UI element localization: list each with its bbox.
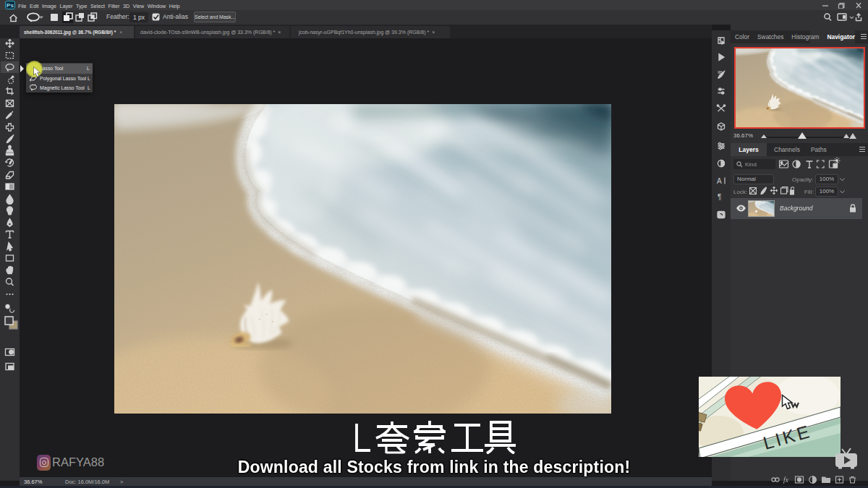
svg-text:A: A xyxy=(717,177,722,185)
svg-text:Polygonal Lasso Tool: Polygonal Lasso Tool xyxy=(40,76,87,82)
svg-text:L: L xyxy=(88,76,90,81)
svg-text:Magnetic Lasso Tool: Magnetic Lasso Tool xyxy=(40,85,85,91)
svg-text:L: L xyxy=(87,66,90,71)
svg-text:Lasso Tool: Lasso Tool xyxy=(40,66,64,71)
svg-text:L: L xyxy=(88,85,90,90)
svg-text:¶: ¶ xyxy=(718,193,721,201)
svg-text:fx: fx xyxy=(783,476,789,484)
